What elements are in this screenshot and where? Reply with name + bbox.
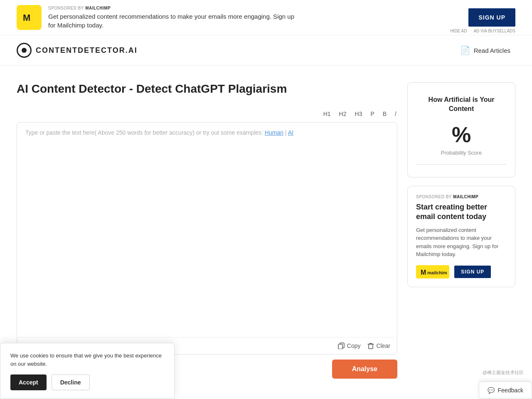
score-card: How Artificial is Your Content % Probabi… xyxy=(407,82,515,177)
content-input[interactable] xyxy=(17,136,397,335)
copy-icon xyxy=(338,342,345,349)
logo-text: CONTENTDETECTOR.AI xyxy=(36,46,138,55)
score-card-title: How Artificial is Your Content xyxy=(416,95,507,114)
clear-label: Clear xyxy=(377,342,390,349)
logo-icon xyxy=(17,43,32,58)
ad-text: Get personalized content recommendations… xyxy=(48,12,298,30)
ad-card-bottom: M mailchimp SIGN UP xyxy=(416,265,507,278)
toolbar-p[interactable]: P xyxy=(369,109,375,119)
sponsored-by-label: SPONSORED BY MAILCHIMP xyxy=(48,6,298,10)
cookie-banner: We use cookies to ensure that we give yo… xyxy=(0,343,175,392)
ai-link[interactable]: AI xyxy=(288,129,293,136)
ad-card-title: Start creating better email content toda… xyxy=(416,202,507,222)
document-icon: 📄 xyxy=(460,45,470,55)
score-percent: % xyxy=(416,122,507,147)
watermark: @稀土掘金技术社区 xyxy=(483,369,524,376)
ad-card-signup-button[interactable]: SIGN UP xyxy=(454,266,491,278)
nav-right: 📄 Read Articles xyxy=(455,42,515,59)
ad-card-text: Get personalized content recommendations… xyxy=(416,226,507,259)
textarea-container: Type or paste the text here( Above 250 w… xyxy=(17,122,397,355)
read-articles-button[interactable]: 📄 Read Articles xyxy=(455,42,515,59)
score-divider xyxy=(416,164,507,165)
cookie-buttons: Accept Decline xyxy=(10,374,164,390)
ad-banner: M SPONSORED BY MAILCHIMP Get personalize… xyxy=(0,0,532,35)
trash-icon xyxy=(367,342,374,349)
svg-text:M: M xyxy=(23,12,30,23)
decline-cookie-button[interactable]: Decline xyxy=(52,374,90,390)
ad-card-right: SPONSORED BY MAILCHIMP Start creating be… xyxy=(407,186,515,287)
hide-ad-link[interactable]: HIDE AD xyxy=(450,29,467,33)
feedback-button[interactable]: 💬 Feedback xyxy=(479,382,532,392)
ad-signup-button[interactable]: SIGN UP xyxy=(468,8,515,27)
ad-card-sponsored: SPONSORED BY MAILCHIMP xyxy=(416,195,507,199)
logo-area: CONTENTDETECTOR.AI xyxy=(17,43,138,58)
page-title: AI Content Detector - Detect ChatGPT Pla… xyxy=(17,82,397,96)
ad-text-block: SPONSORED BY MAILCHIMP Get personalized … xyxy=(48,6,298,30)
cookie-text: We use cookies to ensure that we give yo… xyxy=(10,352,164,368)
svg-rect-3 xyxy=(338,344,342,349)
human-link[interactable]: Human xyxy=(265,129,283,136)
svg-rect-4 xyxy=(369,344,373,349)
svg-text:M: M xyxy=(421,269,426,276)
logo-icon-inner xyxy=(22,48,27,53)
score-label: Probability Score xyxy=(416,150,507,156)
feedback-label: Feedback xyxy=(498,387,523,392)
ad-via-link[interactable]: AD VIA BUYSELLADS xyxy=(473,29,515,33)
toolbar-slash[interactable]: / xyxy=(394,109,397,119)
copy-button[interactable]: Copy xyxy=(338,342,361,349)
ad-left: M SPONSORED BY MAILCHIMP Get personalize… xyxy=(17,5,298,30)
mailchimp-logo-ad: M xyxy=(17,5,42,30)
toolbar-b[interactable]: B xyxy=(382,109,387,119)
left-panel: AI Content Detector - Detect ChatGPT Pla… xyxy=(17,82,397,384)
toolbar-h1[interactable]: H1 xyxy=(323,109,332,119)
toolbar-h2[interactable]: H2 xyxy=(338,109,347,119)
navbar: CONTENTDETECTOR.AI 📄 Read Articles xyxy=(0,35,532,66)
mailchimp-logo-small: M mailchimp xyxy=(416,265,449,278)
analyse-button[interactable]: Analyse xyxy=(332,360,397,379)
copy-label: Copy xyxy=(347,342,361,349)
text-toolbar: H1 H2 H3 P B / xyxy=(17,106,397,122)
ad-bottom-links: HIDE AD AD VIA BUYSELLADS xyxy=(450,29,515,33)
clear-button[interactable]: Clear xyxy=(367,342,390,349)
toolbar-h3[interactable]: H3 xyxy=(354,109,363,119)
svg-text:mailchimp: mailchimp xyxy=(427,270,447,275)
right-panel: How Artificial is Your Content % Probabi… xyxy=(407,82,515,384)
feedback-icon: 💬 xyxy=(488,387,495,392)
read-articles-label: Read Articles xyxy=(474,47,510,54)
accept-cookie-button[interactable]: Accept xyxy=(10,374,47,390)
